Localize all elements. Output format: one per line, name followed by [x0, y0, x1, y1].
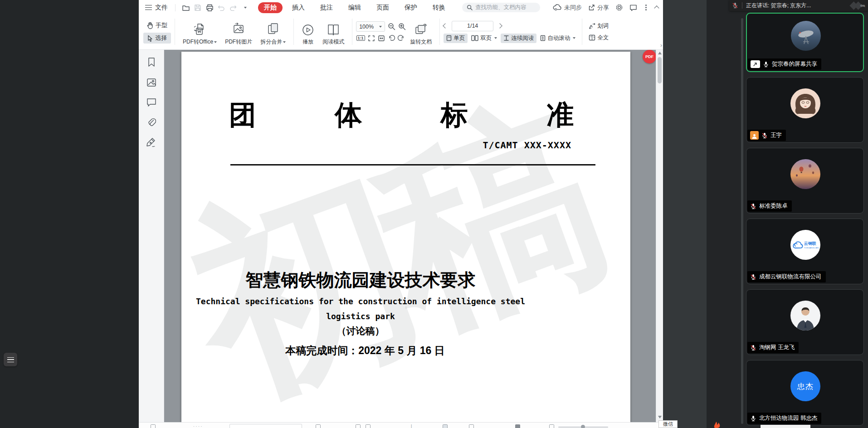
signature-icon[interactable]	[146, 138, 156, 147]
participant-tile[interactable]: 淘钢网 王龙飞	[746, 289, 864, 355]
scroll-down-icon[interactable]	[658, 416, 662, 418]
feedback-comment-icon[interactable]	[629, 4, 637, 11]
participant-list-scrollbar[interactable]	[741, 18, 743, 424]
participant-tile[interactable]: 贺宗春的屏幕共享	[746, 13, 864, 72]
chevron-down-icon	[379, 26, 382, 28]
more-quick-actions-button[interactable]	[239, 3, 251, 13]
page-layout-icon[interactable]	[469, 424, 474, 428]
open-file-button[interactable]	[180, 3, 192, 13]
previous-page-button[interactable]	[443, 23, 448, 28]
avatar: 忠杰	[790, 371, 820, 401]
print-button[interactable]	[204, 3, 215, 13]
view-icon[interactable]	[356, 424, 361, 428]
participant-tile[interactable]: 标准委陈卓	[746, 148, 864, 214]
sidebar-toggle-icon[interactable]	[151, 424, 156, 428]
view-icon[interactable]	[316, 424, 321, 428]
rotate-document-button[interactable]: 旋转文档	[406, 17, 436, 47]
document-viewport[interactable]: 初稿 团 体 标 准 T/CAMT XXX-XXXX 智慧钢铁物流园建设技术要求…	[164, 50, 656, 422]
collapse-ribbon-icon[interactable]	[654, 5, 659, 10]
pdf-to-image-button[interactable]: PDF转图片	[221, 17, 256, 47]
tab-insert[interactable]: 插入	[286, 2, 311, 13]
participant-tile[interactable]: 王宇	[746, 77, 864, 143]
single-page-button[interactable]: 单页	[444, 34, 468, 43]
zoom-minus-icon[interactable]	[549, 424, 554, 428]
settings-gear-icon[interactable]	[615, 4, 623, 11]
actual-size-button[interactable]: 1:1	[356, 34, 365, 42]
wps-pdf-window: 文件 开始 插入 批注 编辑 页面 保护 转换 查找功能	[139, 0, 663, 428]
wps-pdf-badge[interactable]: PDF	[643, 50, 656, 63]
split-merge-button[interactable]: 拆分合并	[256, 17, 290, 47]
wps-taskbar-icon[interactable]	[713, 421, 721, 428]
tab-comment[interactable]: 批注	[314, 2, 339, 13]
tab-convert[interactable]: 转换	[427, 2, 451, 13]
chevron-down-icon	[573, 37, 575, 39]
save-button[interactable]	[192, 3, 204, 13]
toolbar-expand-button[interactable]: ›	[660, 42, 662, 49]
tab-home[interactable]: 开始	[258, 2, 283, 13]
view-mode-icon[interactable]	[443, 424, 448, 428]
share-icon	[588, 4, 595, 11]
pdf-to-image-icon	[232, 23, 245, 36]
rotate-right-icon[interactable]	[398, 35, 405, 42]
full-translate-button[interactable]: 全文	[586, 33, 611, 43]
search-icon	[467, 5, 473, 10]
participant-tile[interactable]: 云钢联 YUNGANGLIAN 成都云钢联物流有限公司	[746, 219, 864, 284]
pdf-to-office-button[interactable]: PDF转Office	[179, 17, 221, 47]
pointer-mode-group: 手型 选择	[143, 17, 171, 47]
participant-namebar: 标准委陈卓	[747, 200, 792, 212]
tab-edit[interactable]: 编辑	[342, 2, 367, 13]
view-icon[interactable]	[366, 424, 371, 428]
play-button[interactable]: 播放	[297, 17, 318, 47]
images-icon[interactable]	[146, 78, 156, 87]
redo-button[interactable]	[227, 3, 239, 13]
next-page-button[interactable]	[497, 23, 502, 28]
zoom-level-select[interactable]: 100%	[356, 21, 385, 32]
attachment-icon[interactable]	[147, 117, 156, 127]
bookmarks-icon[interactable]	[147, 57, 156, 67]
page-nav-group: 单页 双页 连续阅读 自动滚动	[444, 17, 578, 47]
zoom-in-icon[interactable]	[398, 23, 406, 30]
back-arrow-icon[interactable]: ➦	[860, 2, 865, 9]
header-char: 标	[441, 97, 468, 134]
scroll-up-icon[interactable]	[658, 52, 662, 54]
search-placeholder: 查找功能、文档内容	[475, 4, 527, 11]
more-options-icon[interactable]	[645, 7, 647, 8]
zoom-out-icon[interactable]	[388, 23, 395, 30]
dark-mode-icon[interactable]	[515, 424, 520, 428]
read-mode-button[interactable]: 阅读模式	[318, 17, 348, 47]
printer-icon	[206, 4, 214, 11]
play-label: 播放	[302, 38, 313, 46]
participant-namebar: 贺宗春的屏幕共享	[748, 58, 821, 70]
meeting-background	[663, 0, 707, 428]
share-button[interactable]: 分享	[588, 4, 609, 12]
header-rule	[230, 164, 595, 165]
continuous-read-button[interactable]: 连续阅读	[501, 34, 536, 43]
tab-page[interactable]: 页面	[371, 2, 395, 13]
search-input[interactable]: 查找功能、文档内容	[462, 3, 540, 12]
scrollbar-thumb[interactable]	[658, 57, 662, 83]
rotate-left-icon[interactable]	[388, 35, 395, 42]
page-indicator-input[interactable]	[452, 21, 493, 31]
file-menu-button[interactable]: 文件	[142, 4, 171, 12]
participant-tile[interactable]: 忠杰 北方恒达物流园 韩忠杰	[746, 360, 864, 426]
undo-button[interactable]	[215, 3, 227, 13]
select-tool-button[interactable]: 选择	[143, 33, 171, 44]
fit-page-icon[interactable]	[368, 35, 375, 42]
sync-status-button[interactable]: 未同步	[553, 4, 582, 12]
auto-scroll-icon	[540, 35, 546, 41]
word-translate-button[interactable]: 划词	[586, 21, 611, 31]
fit-width-icon[interactable]	[378, 35, 385, 42]
collapsed-sidebar-toggle-button[interactable]	[4, 353, 17, 366]
comments-icon[interactable]	[146, 98, 156, 107]
auto-scroll-button[interactable]: 自动滚动	[537, 34, 578, 43]
zoom-slider-knob[interactable]	[581, 425, 585, 428]
company-logo-subtext: YUNGANGLIAN	[804, 247, 819, 249]
vertical-scrollbar[interactable]	[656, 50, 663, 422]
mic-muted-icon[interactable]	[732, 2, 738, 9]
statusbar-searchbox[interactable]	[229, 424, 302, 428]
chevron-down-icon	[214, 41, 217, 43]
mic-muted-icon	[750, 273, 756, 281]
tab-protect[interactable]: 保护	[399, 2, 423, 13]
double-page-button[interactable]: 双页	[468, 34, 500, 43]
hand-tool-button[interactable]: 手型	[143, 20, 171, 31]
